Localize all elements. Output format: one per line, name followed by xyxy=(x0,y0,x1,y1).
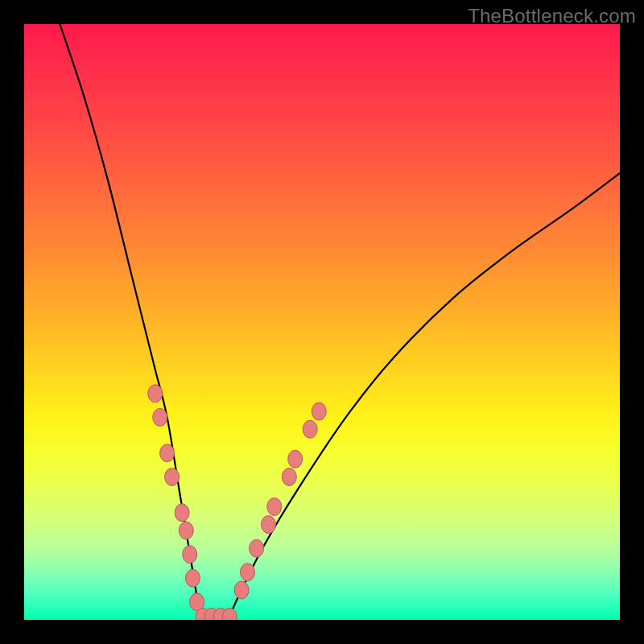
curve-marker xyxy=(153,408,167,426)
curve-marker xyxy=(179,522,193,539)
curve-marker xyxy=(303,420,317,438)
marker-group xyxy=(148,385,326,620)
curve-marker xyxy=(312,402,326,420)
bottleneck-curve-path xyxy=(60,24,620,620)
curve-marker xyxy=(160,444,175,462)
curve-marker xyxy=(241,564,255,581)
curve-marker xyxy=(261,516,275,534)
curve-marker xyxy=(267,497,282,515)
curve-marker xyxy=(183,546,197,564)
curve-marker xyxy=(165,468,180,485)
curve-marker xyxy=(175,504,189,522)
curve-marker xyxy=(148,385,163,402)
curve-layer xyxy=(24,24,620,620)
curve-marker xyxy=(185,569,200,587)
curve-marker xyxy=(234,581,249,599)
curve-marker xyxy=(282,468,296,485)
curve-marker xyxy=(250,539,264,557)
watermark-text: TheBottleneck.com xyxy=(468,5,636,27)
curve-marker xyxy=(288,450,303,468)
chart-frame: TheBottleneck.com xyxy=(0,0,644,644)
